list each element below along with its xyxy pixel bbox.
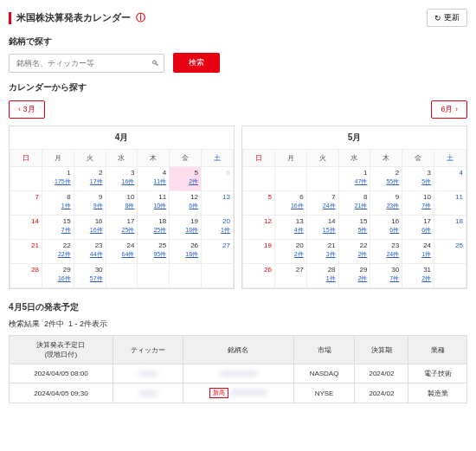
calendar-cell[interactable]: 155件 <box>338 216 370 240</box>
day-count[interactable]: 175件 <box>45 177 71 186</box>
day-count[interactable]: 25件 <box>140 226 166 235</box>
day-count[interactable]: 44件 <box>77 250 103 259</box>
calendar-cell[interactable]: 166件 <box>370 216 402 240</box>
next-month-button[interactable]: 6月 › <box>431 100 467 119</box>
calendar-cell[interactable]: 312件 <box>402 264 434 288</box>
day-count[interactable]: 11件 <box>140 177 166 186</box>
day-count[interactable]: 8件 <box>109 202 135 210</box>
search-icon[interactable]: 🔍︎ <box>151 59 159 68</box>
calendar-cell[interactable]: 2618件 <box>170 240 202 264</box>
calendar-cell[interactable]: 2595件 <box>138 240 170 264</box>
calendar-cell[interactable]: 2464件 <box>106 240 138 264</box>
refresh-button[interactable]: ↻ 更新 <box>427 9 467 27</box>
calendar-cell[interactable]: 307件 <box>370 264 402 288</box>
day-count[interactable]: 2件 <box>405 274 431 283</box>
day-count[interactable]: 6件 <box>172 202 198 210</box>
day-count[interactable]: 5件 <box>342 226 368 235</box>
day-count[interactable]: 9件 <box>77 202 103 210</box>
search-button[interactable]: 検索 <box>173 53 220 73</box>
calendar-cell[interactable]: 1918件 <box>170 216 202 240</box>
calendar-cell[interactable]: 2344件 <box>74 240 106 264</box>
day-count[interactable]: 16件 <box>109 177 135 186</box>
calendar-cell[interactable]: 217件 <box>74 167 106 191</box>
day-count[interactable]: 4件 <box>278 226 304 235</box>
search-input[interactable] <box>9 54 164 73</box>
calendar-cell[interactable]: 1725件 <box>106 216 138 240</box>
day-count[interactable]: 2件 <box>172 177 198 186</box>
calendar-cell[interactable]: 1616件 <box>74 216 106 240</box>
calendar-cell[interactable]: 1175件 <box>42 167 74 191</box>
calendar-cell[interactable]: 1110件 <box>138 191 170 216</box>
day-count[interactable]: 7件 <box>45 226 71 235</box>
calendar-cell[interactable]: 923件 <box>370 191 402 216</box>
table-row[interactable]: 2024/04/05 08:00XXXXXXXXXXXXNASDAQ2024/0… <box>10 364 467 383</box>
cell-ticker[interactable]: XXXX <box>113 364 183 383</box>
day-count[interactable]: 3件 <box>310 250 336 259</box>
calendar-cell[interactable]: 2916件 <box>42 264 74 288</box>
calendar-cell[interactable]: 108件 <box>106 191 138 216</box>
day-count[interactable]: 64件 <box>109 250 135 259</box>
calendar-cell[interactable]: 255件 <box>370 167 402 191</box>
calendar-cell[interactable]: 2222件 <box>42 240 74 264</box>
table-row[interactable]: 2024/04/05 09:30XXXX新高XXXXXXXXNYSE2024/0… <box>10 383 467 403</box>
day-count[interactable]: 23件 <box>373 202 399 210</box>
calendar-cell[interactable]: 1825件 <box>138 216 170 240</box>
prev-month-button[interactable]: ‹ 3月 <box>9 100 45 119</box>
day-count[interactable]: 15件 <box>310 226 336 235</box>
day-count[interactable]: 22件 <box>45 250 71 259</box>
day-count[interactable]: 2件 <box>342 274 368 283</box>
day-count[interactable]: 1件 <box>204 226 230 235</box>
calendar-cell[interactable]: 821件 <box>338 191 370 216</box>
day-count[interactable]: 55件 <box>373 177 399 186</box>
day-count[interactable]: 47件 <box>342 177 368 186</box>
cell-name[interactable]: 新高XXXXXXXX <box>183 383 294 403</box>
day-count[interactable]: 24件 <box>310 202 336 210</box>
day-count[interactable]: 18件 <box>172 250 198 259</box>
calendar-cell[interactable]: 1415件 <box>306 216 338 240</box>
cell-ticker[interactable]: XXXX <box>113 383 183 403</box>
day-count[interactable]: 10件 <box>140 202 166 210</box>
day-count[interactable]: 16件 <box>77 226 103 235</box>
day-count[interactable]: 2件 <box>278 250 304 259</box>
calendar-cell[interactable]: 202件 <box>274 240 306 264</box>
day-count[interactable]: 6件 <box>405 226 431 235</box>
day-count[interactable]: 5件 <box>405 177 431 186</box>
day-count[interactable]: 21件 <box>342 202 368 210</box>
calendar-cell[interactable]: 316件 <box>106 167 138 191</box>
calendar-cell[interactable]: 241件 <box>402 240 434 264</box>
calendar-cell[interactable]: 126件 <box>170 191 202 216</box>
help-icon[interactable]: ⓘ <box>136 11 145 24</box>
calendar-cell[interactable]: 35件 <box>402 167 434 191</box>
day-count[interactable]: 7件 <box>373 274 399 283</box>
day-count[interactable]: 17件 <box>77 177 103 186</box>
calendar-cell[interactable]: 176件 <box>402 216 434 240</box>
calendar-cell[interactable]: 134件 <box>274 216 306 240</box>
day-count[interactable]: 1件 <box>405 250 431 259</box>
day-count[interactable]: 24件 <box>373 250 399 259</box>
calendar-cell[interactable]: 147件 <box>338 167 370 191</box>
calendar-cell[interactable]: 157件 <box>42 216 74 240</box>
calendar-cell[interactable]: 411件 <box>138 167 170 191</box>
day-count[interactable]: 16件 <box>45 274 71 283</box>
calendar-cell[interactable]: 99件 <box>74 191 106 216</box>
day-count[interactable]: 57件 <box>77 274 103 283</box>
day-count[interactable]: 7件 <box>405 202 431 210</box>
day-count[interactable]: 95件 <box>140 250 166 259</box>
day-count[interactable]: 6件 <box>373 226 399 235</box>
calendar-cell[interactable]: 222件 <box>338 240 370 264</box>
calendar-cell[interactable]: 292件 <box>338 264 370 288</box>
day-count[interactable]: 2件 <box>342 250 368 259</box>
day-count[interactable]: 1件 <box>45 202 71 210</box>
cell-name[interactable]: XXXXXXXX <box>183 364 294 383</box>
calendar-cell[interactable]: 724件 <box>306 191 338 216</box>
calendar-cell[interactable]: 281件 <box>306 264 338 288</box>
day-count[interactable]: 18件 <box>172 226 198 235</box>
calendar-cell[interactable]: 616件 <box>274 191 306 216</box>
day-count[interactable]: 25件 <box>109 226 135 235</box>
day-count[interactable]: 16件 <box>278 202 304 210</box>
calendar-cell[interactable]: 52件 <box>170 167 202 191</box>
calendar-cell[interactable]: 81件 <box>42 191 74 216</box>
day-count[interactable]: 1件 <box>310 274 336 283</box>
calendar-cell[interactable]: 201件 <box>202 216 234 240</box>
calendar-cell[interactable]: 213件 <box>306 240 338 264</box>
